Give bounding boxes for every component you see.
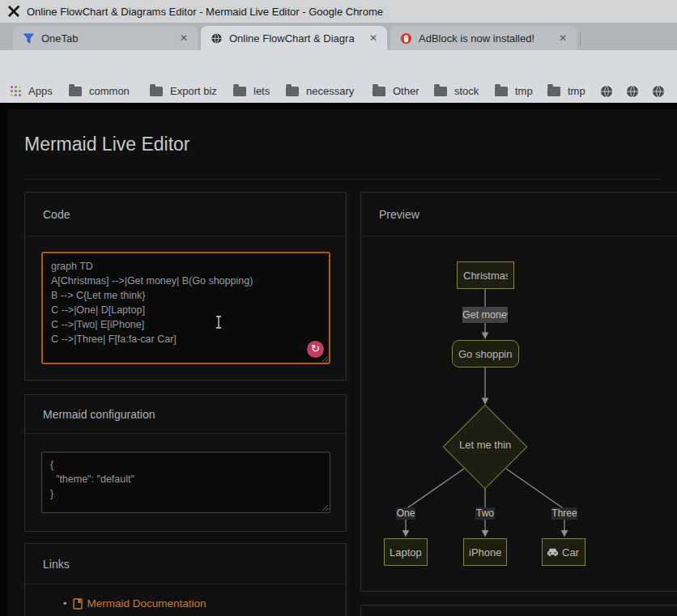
config-panel-title: Mermaid configuration [43,408,155,421]
globe-icon [600,85,613,98]
tab-label: AdBlock is now installed! [419,32,552,45]
node-label: iPhone [469,546,501,559]
bookmark-folder[interactable]: necessary [286,79,354,103]
bookmark-folder[interactable]: tmp [547,79,585,103]
folder-label: lets [253,85,270,97]
resize-handle[interactable] [321,504,329,512]
edge-label-get-money: Get money [462,307,508,323]
folder-icon [434,87,447,96]
config-textarea[interactable]: { "theme": "default" } [41,452,330,513]
globe-icon [652,85,665,98]
onetab-icon [23,32,35,45]
tab-label: Online FlowChart & Diagra [229,32,363,45]
tab-mermaid-editor[interactable]: Online FlowChart & Diagra ✕ [201,26,387,50]
folder-icon [150,87,163,96]
tab-close-icon[interactable]: ✕ [552,32,577,44]
folder-icon [286,87,299,96]
resize-handle[interactable] [321,355,329,363]
page-container: Mermaid Live Editor Code graph TD A[Chri… [8,109,677,616]
folder-icon [547,87,560,96]
bookmark-folder[interactable]: stock [434,79,479,103]
apps-shortcut[interactable]: Apps [11,79,53,103]
node-label: Let me think [459,439,511,455]
bookmarks-bar: Apps common Export biz lets necessary Ot… [0,79,677,103]
folder-label: necessary [306,85,354,97]
config-panel-header: Mermaid configuration [25,395,346,434]
folder-label: stock [454,85,479,97]
code-panel-title: Code [43,208,70,221]
window-title: Online FlowChart & Diagrams Editor - Mer… [27,6,383,18]
flowchart-node-christmas: Christmas [457,261,514,289]
page-title: Mermaid Live Editor [24,134,190,155]
flowchart-node-go-shopping: Go shopping [452,340,519,367]
folder-label: common [89,85,130,97]
list-bullet: • [63,597,67,610]
tab-adblock[interactable]: AdBlock is now installed! ✕ [390,26,577,50]
folder-label: Export biz [170,85,217,97]
node-label: Laptop [390,546,422,559]
bookmark-folder[interactable]: Other [373,79,419,103]
window-favicon-x-icon [7,5,20,18]
code-panel-header: Code [25,193,346,236]
bookmark-folder[interactable]: Export biz [150,79,217,103]
preview-panel-title: Preview [379,208,419,221]
edge-label-one: One [396,508,415,520]
flowchart-node-laptop: Laptop [384,538,428,566]
bottom-right-panel [360,605,677,616]
diamond-label-wrap: Let me think [443,439,527,455]
adblock-icon [400,32,412,45]
globe-icon [211,32,223,45]
title-divider [24,179,661,180]
folder-icon [233,87,246,96]
flowchart: Christmas Get money Go shopping Let me t… [361,236,676,592]
config-panel: Mermaid configuration { "theme": "defaul… [24,394,347,532]
document-icon [73,598,83,610]
links-panel-header: Links [25,544,346,584]
tab-close-icon[interactable]: ✕ [363,32,387,44]
tab-label: OneTab [41,32,173,45]
node-label: Car [562,546,579,559]
folder-label: tmp [515,85,533,97]
folder-icon [69,87,82,96]
flowchart-node-iphone: iPhone [463,538,507,566]
links-panel-title: Links [43,558,70,571]
links-list: • Mermaid Documentation [63,597,207,610]
links-panel: Links • Mermaid Documentation [24,543,347,616]
flowchart-node-car: Car [542,538,585,566]
bookmark-folder[interactable]: common [69,79,130,103]
tab-strip: OneTab ✕ Online FlowChart & Diagra ✕ AdB… [0,23,677,50]
window-titlebar: Online FlowChart & Diagrams Editor - Mer… [0,0,677,23]
mermaid-documentation-link[interactable]: Mermaid Documentation [73,597,207,610]
tab-divider [580,32,581,46]
apps-label: Apps [28,85,53,97]
node-label: Christmas [463,270,508,282]
node-label: Go shopping [458,348,513,360]
page-viewport: Mermaid Live Editor Code graph TD A[Chri… [0,103,677,616]
link-label: Mermaid Documentation [87,597,207,610]
edge-label-three: Three [551,508,577,520]
browser-toolbar: ← → ↻ ⌂ localhost:1234/#/edit... ☆ S 3 [0,50,677,79]
text-cursor-icon [215,316,223,329]
globe-icon [626,85,639,98]
bookmark-globe[interactable] [600,79,613,103]
car-icon [547,548,559,557]
folder-label: tmp [568,85,585,97]
code-panel: Code graph TD A[Christmas] -->|Get money… [24,192,347,380]
folder-icon [373,87,385,96]
folder-icon [495,87,508,96]
edge-label-two: Two [475,508,495,520]
bookmark-globe[interactable] [626,79,639,103]
folder-label: Other [393,85,419,97]
apps-grid-icon [11,86,21,96]
bookmark-folder[interactable]: lets [233,79,270,103]
preview-panel: Preview [360,192,677,592]
code-editor-textarea[interactable]: graph TD A[Christmas] -->|Get money| B(G… [41,252,330,364]
bookmark-folder[interactable]: tmp [495,79,533,103]
bookmark-globe[interactable] [652,79,665,103]
tab-close-icon[interactable]: ✕ [173,32,198,44]
tab-onetab[interactable]: OneTab ✕ [13,26,198,50]
preview-panel-header: Preview [361,193,677,236]
node-label-wrap: Car [547,546,581,559]
